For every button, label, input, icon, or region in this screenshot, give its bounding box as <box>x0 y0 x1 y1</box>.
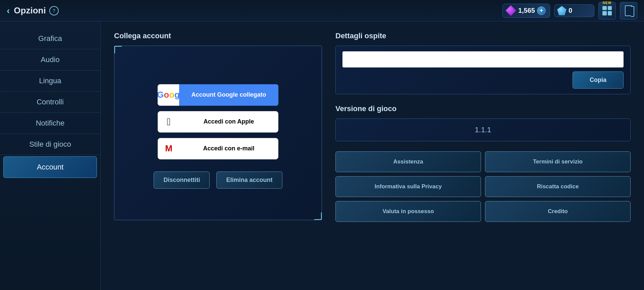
guest-id-box: Copia <box>335 46 631 94</box>
copy-button[interactable]: Copia <box>573 71 624 89</box>
currency-button[interactable]: Valuta in possesso <box>335 201 481 222</box>
google-login-button[interactable]: Goog Account Google collegato <box>158 84 278 106</box>
page-title: Opzioni <box>14 5 46 16</box>
right-panel: Dettagli ospite Copia Versione di gioco … <box>335 32 631 280</box>
currency-diamond-box: 0 <box>554 4 594 17</box>
account-actions: Disconnettiti Elimina account <box>154 172 282 189</box>
back-button[interactable]: ‹ Opzioni <box>7 5 46 16</box>
apple-icon:  <box>158 111 179 133</box>
sidebar-item-controlli[interactable]: Controlli <box>0 92 100 113</box>
gems-value: 1,565 <box>518 7 535 14</box>
content-area: Collega account Goog Account Google coll… <box>101 21 644 290</box>
terms-button[interactable]: Termini di servizio <box>485 151 631 172</box>
google-login-label: Account Google collegato <box>179 84 278 106</box>
panel-button[interactable] <box>620 2 637 19</box>
diamond-value: 0 <box>569 7 572 14</box>
version-title: Versione di gioco <box>335 104 631 113</box>
support-button[interactable]: Assistenza <box>335 151 481 172</box>
sidebar-item-audio[interactable]: Audio <box>0 49 100 70</box>
back-arrow-icon: ‹ <box>7 5 10 16</box>
panel-icon <box>625 5 632 16</box>
guest-id-input[interactable] <box>342 51 624 67</box>
delete-account-button[interactable]: Elimina account <box>216 172 282 189</box>
topbar: ‹ Opzioni ? 1,565 + 0 NEW <box>0 0 644 21</box>
sidebar: Grafica Audio Lingua Controlli Notifiche… <box>0 21 101 290</box>
guest-details-title: Dettagli ospite <box>335 32 631 40</box>
disconnect-button[interactable]: Disconnettiti <box>154 172 210 189</box>
apple-login-button[interactable]:  Accedi con Apple <box>158 111 278 133</box>
credit-button[interactable]: Credito <box>485 201 631 222</box>
google-icon: Goog <box>158 84 179 106</box>
topbar-right: 1,565 + 0 NEW <box>502 2 637 19</box>
sidebar-item-lingua[interactable]: Lingua <box>0 70 100 92</box>
left-panel: Collega account Goog Account Google coll… <box>114 32 322 280</box>
action-buttons-grid: Assistenza Termini di servizio Informati… <box>335 151 631 222</box>
sidebar-item-stile-di-gioco[interactable]: Stile di gioco <box>0 134 100 155</box>
redeem-button[interactable]: Riscatta codice <box>485 176 631 197</box>
diamond-icon <box>557 6 567 15</box>
main-layout: Grafica Audio Lingua Controlli Notifiche… <box>0 21 644 290</box>
sidebar-item-account[interactable]: Account <box>3 156 97 178</box>
sidebar-item-grafica[interactable]: Grafica <box>0 28 100 49</box>
grid-icon <box>602 6 612 15</box>
email-icon: M <box>158 138 179 159</box>
version-value: 1.1.1 <box>475 126 491 134</box>
email-login-label: Accedi con e-mail <box>179 145 278 152</box>
grid-button[interactable]: NEW <box>598 2 616 19</box>
gem-icon <box>505 5 516 16</box>
add-gems-button[interactable]: + <box>537 6 546 15</box>
currency-gems-box: 1,565 + <box>502 4 550 18</box>
sidebar-item-notifiche[interactable]: Notifiche <box>0 113 100 134</box>
version-box: 1.1.1 <box>335 118 631 141</box>
privacy-button[interactable]: Informativa sulla Privacy <box>335 176 481 197</box>
help-button[interactable]: ? <box>49 6 59 15</box>
account-box: Goog Account Google collegato  Accedi c… <box>114 46 322 220</box>
email-login-button[interactable]: M Accedi con e-mail <box>158 138 278 159</box>
collega-account-title: Collega account <box>114 32 322 40</box>
apple-login-label: Accedi con Apple <box>179 118 278 125</box>
new-badge: NEW <box>603 1 611 5</box>
